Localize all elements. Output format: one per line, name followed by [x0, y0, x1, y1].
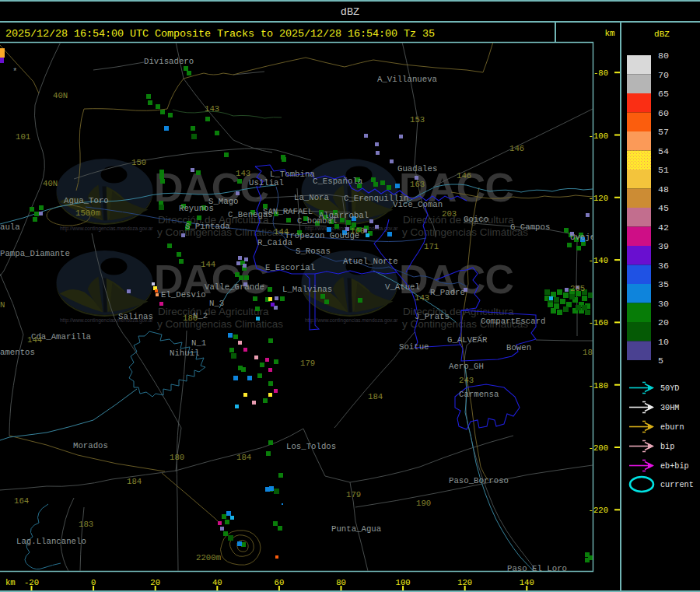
- svg-text:V_Atuel: V_Atuel: [385, 282, 420, 292]
- svg-text:57: 57: [658, 127, 669, 137]
- svg-text:179: 179: [300, 359, 315, 368]
- svg-text:J_Prats: J_Prats: [415, 312, 450, 321]
- svg-text:G_ALVEAR: G_ALVEAR: [447, 335, 488, 345]
- svg-text:Guadales: Guadales: [397, 164, 437, 173]
- svg-text:150: 150: [131, 158, 146, 167]
- svg-text:51: 51: [658, 165, 669, 175]
- svg-text:35: 35: [658, 279, 669, 289]
- svg-text:140: 140: [520, 578, 534, 587]
- svg-text:-20: -20: [24, 578, 39, 587]
- svg-text:-120: -120: [589, 194, 608, 203]
- svg-text:eb+bip: eb+bip: [660, 462, 689, 471]
- svg-text:243: 243: [459, 376, 474, 385]
- svg-text:146: 146: [457, 171, 471, 180]
- svg-text:La_Nora: La_Nora: [294, 193, 329, 202]
- svg-text:180: 180: [170, 453, 184, 462]
- svg-text:Usilial: Usilial: [249, 178, 284, 187]
- svg-text:70: 70: [658, 70, 669, 80]
- svg-text:Atuel_Norte: Atuel_Norte: [343, 257, 398, 266]
- svg-text:160: 160: [350, 226, 365, 236]
- svg-text:Dirección de Agricultura: Dirección de Agricultura: [403, 214, 514, 226]
- svg-text:Salinas: Salinas: [118, 312, 153, 321]
- svg-text:20: 20: [150, 578, 160, 587]
- svg-text:N_1: N_1: [191, 338, 206, 348]
- svg-text:39: 39: [658, 241, 669, 251]
- svg-text:aula: aula: [0, 222, 20, 232]
- svg-text:Lag.Llancanelo: Lag.Llancanelo: [16, 537, 86, 546]
- svg-text:48: 48: [658, 184, 669, 194]
- svg-text:45: 45: [658, 203, 669, 213]
- svg-text:y Contingencias Climáticas: y Contingencias Climáticas: [402, 226, 528, 238]
- svg-text:54: 54: [658, 146, 669, 156]
- svg-text:143: 143: [236, 169, 250, 178]
- svg-text:Bowen: Bowen: [506, 343, 531, 352]
- svg-text:144: 144: [27, 335, 42, 345]
- svg-text:Nihuil: Nihuil: [170, 349, 199, 358]
- svg-text:60: 60: [658, 108, 669, 118]
- svg-text:Valle_Grande: Valle_Grande: [205, 282, 264, 292]
- svg-text:S_Mago: S_Mago: [208, 197, 238, 206]
- svg-text:Los_Toldos: Los_Toldos: [286, 442, 336, 451]
- svg-text:163: 163: [410, 180, 425, 189]
- svg-text:E_Escorial: E_Escorial: [265, 263, 315, 272]
- svg-text:180: 180: [183, 314, 198, 323]
- svg-text:S_Rosas: S_Rosas: [296, 247, 331, 256]
- svg-text:10: 10: [658, 337, 669, 347]
- svg-text:205: 205: [570, 284, 585, 293]
- svg-text:60: 60: [275, 578, 285, 587]
- svg-text:120: 120: [457, 578, 472, 587]
- svg-text:-180: -180: [589, 381, 608, 391]
- svg-text:current: current: [660, 481, 694, 489]
- svg-text:Goico: Goico: [464, 215, 488, 224]
- svg-text:Aero_GH: Aero_GH: [449, 362, 484, 371]
- svg-text:Punta_Agua: Punta_Agua: [331, 524, 382, 534]
- svg-text:183: 183: [79, 520, 93, 529]
- svg-text:-80: -80: [593, 68, 608, 78]
- svg-text:Morados: Morados: [73, 441, 108, 450]
- svg-text:km: km: [5, 578, 16, 587]
- svg-text:-140: -140: [589, 256, 608, 265]
- svg-text:N: N: [0, 300, 5, 310]
- svg-text:171: 171: [424, 242, 439, 251]
- svg-text:Uveje: Uveje: [570, 233, 595, 242]
- svg-text:30HM: 30HM: [660, 404, 679, 412]
- svg-text:http://www.contingencias.mendo: http://www.contingencias.mendoza.gov.ar: [305, 317, 398, 324]
- svg-text:http://www.contingencias.mendo: http://www.contingencias.mendoza.gov.ar: [60, 226, 153, 232]
- svg-text:144: 144: [201, 260, 215, 269]
- svg-text:143: 143: [205, 104, 219, 114]
- svg-text:R_Padre: R_Padre: [430, 288, 465, 297]
- svg-text:40: 40: [212, 578, 222, 587]
- svg-text:184: 184: [127, 477, 142, 486]
- svg-text:2025/12/28 16:54:00 UTC Compos: 2025/12/28 16:54:00 UTC Composite Tracks…: [5, 28, 435, 40]
- svg-text:50YD: 50YD: [660, 384, 679, 393]
- svg-text:40N: 40N: [53, 91, 68, 100]
- svg-text:Vice_Coman: Vice_Coman: [393, 200, 443, 209]
- svg-text:Tropezon Goudge: Tropezon Goudge: [285, 231, 359, 240]
- svg-text:N_3: N_3: [209, 299, 224, 308]
- svg-text:Soitue: Soitue: [399, 342, 429, 352]
- svg-text:179: 179: [346, 490, 361, 499]
- svg-text:dBZ: dBZ: [654, 30, 670, 39]
- svg-text:G_Campos: G_Campos: [510, 222, 550, 232]
- svg-text:5: 5: [658, 356, 663, 366]
- svg-text:C_Española: C_Española: [313, 177, 363, 186]
- svg-text:Divisadero: Divisadero: [144, 57, 194, 66]
- svg-text:R_Caida: R_Caida: [257, 238, 292, 247]
- svg-text:dBZ: dBZ: [341, 6, 359, 18]
- svg-text:101: 101: [16, 132, 30, 142]
- svg-text:Pampa_Diamante: Pampa_Diamante: [0, 249, 70, 258]
- svg-text:153: 153: [410, 115, 425, 124]
- svg-text:184: 184: [236, 453, 251, 462]
- svg-text:L_Malvinas: L_Malvinas: [282, 285, 332, 294]
- svg-text:eburn: eburn: [660, 423, 684, 432]
- svg-text:143: 143: [415, 293, 429, 303]
- svg-text:CompartEscard: CompartEscard: [481, 317, 545, 326]
- svg-text:km: km: [604, 29, 615, 38]
- svg-text:146: 146: [509, 144, 524, 153]
- svg-text:203: 203: [442, 209, 457, 219]
- svg-text:-100: -100: [589, 131, 608, 141]
- svg-text:80: 80: [336, 578, 346, 587]
- svg-text:SAN_RAFAEL: SAN_RAFAEL: [263, 207, 313, 216]
- svg-text:bip: bip: [660, 443, 674, 451]
- svg-text:0: 0: [91, 578, 96, 587]
